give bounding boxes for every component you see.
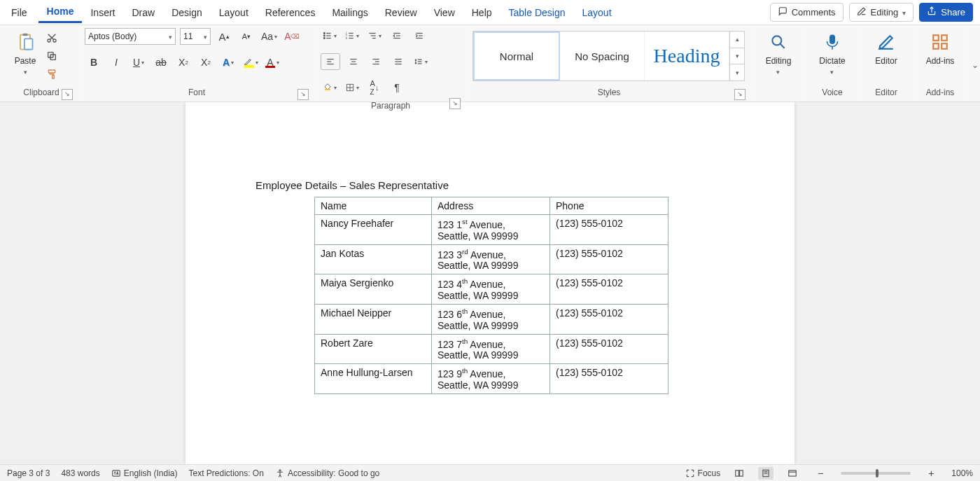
status-predictions[interactable]: Text Predictions: On (188, 468, 263, 478)
cell-phone[interactable]: (123) 555-0102 (550, 364, 668, 394)
col-address-header[interactable]: Address (432, 197, 550, 215)
borders-button[interactable] (343, 80, 361, 95)
decrease-indent-button[interactable] (388, 28, 406, 43)
subscript-button[interactable]: X2 (174, 55, 192, 70)
document-scroll-area[interactable]: Employee Details – Sales Representative … (0, 102, 980, 464)
paste-button[interactable]: Paste ▾ (10, 28, 41, 78)
zoom-slider[interactable] (841, 472, 911, 475)
strikethrough-button[interactable]: ab (152, 55, 170, 70)
align-right-button[interactable] (367, 54, 385, 69)
font-color-button[interactable]: A (264, 55, 282, 70)
align-left-button[interactable] (321, 53, 340, 70)
cell-address[interactable]: 123 6th Avenue,Seattle, WA 99999 (432, 304, 550, 334)
bold-button[interactable]: B (85, 55, 103, 70)
tab-help[interactable]: Help (463, 3, 500, 22)
style-heading[interactable]: Heading (645, 32, 729, 81)
focus-mode-button[interactable]: Focus (685, 468, 721, 478)
tab-table-design[interactable]: Table Design (500, 3, 574, 22)
status-accessibility[interactable]: Accessibility: Good to go (275, 468, 379, 478)
editing-mode-button[interactable]: Editing (849, 3, 914, 22)
underline-button[interactable]: U (130, 55, 148, 70)
table-row[interactable]: Robert Zare123 7th Avenue,Seattle, WA 99… (315, 334, 668, 364)
font-size-combo[interactable]: 11 (180, 28, 211, 45)
cell-phone[interactable]: (123) 555-0102 (550, 215, 668, 245)
cut-button[interactable] (45, 31, 59, 45)
zoom-level[interactable]: 100% (951, 468, 973, 478)
employee-table[interactable]: Name Address Phone Nancy Freehafer123 1s… (314, 197, 668, 394)
style-normal[interactable]: Normal (473, 32, 560, 81)
line-spacing-button[interactable] (412, 54, 430, 69)
share-button[interactable]: Share (919, 3, 973, 22)
styles-dialog-launcher[interactable]: ↘ (734, 89, 746, 100)
zoom-in-button[interactable]: + (922, 466, 940, 481)
table-row[interactable]: Maiya Sergienko123 4th Avenue,Seattle, W… (315, 274, 668, 305)
editor-button[interactable]: Editor (871, 28, 902, 69)
doc-heading[interactable]: Employee Details – Sales Representative (255, 179, 724, 191)
addins-button[interactable]: Add-ins (922, 28, 959, 69)
cell-phone[interactable]: (123) 555-0102 (550, 274, 668, 305)
tab-layout[interactable]: Layout (211, 3, 257, 22)
change-case-button[interactable]: Aa (260, 29, 279, 44)
font-name-combo[interactable]: Aptos (Body) (85, 28, 176, 45)
superscript-button[interactable]: X2 (197, 55, 215, 70)
bullets-button[interactable] (321, 28, 339, 43)
status-page[interactable]: Page 3 of 3 (7, 468, 50, 478)
cell-name[interactable]: Robert Zare (315, 334, 432, 364)
tab-draw[interactable]: Draw (123, 3, 163, 22)
tab-mailings[interactable]: Mailings (323, 3, 376, 22)
tab-home[interactable]: Home (38, 1, 83, 23)
status-lang[interactable]: English (India) (111, 468, 178, 478)
styles-scroll-down[interactable]: ▾ (730, 48, 744, 65)
cell-address[interactable]: 123 1st Avenue,Seattle, WA 99999 (432, 215, 550, 245)
cell-address[interactable]: 123 4th Avenue,Seattle, WA 99999 (432, 274, 550, 305)
cell-phone[interactable]: (123) 555-0102 (550, 334, 668, 364)
zoom-slider-thumb[interactable] (876, 469, 878, 477)
cell-address[interactable]: 123 9th Avenue,Seattle, WA 99999 (432, 364, 550, 394)
collapse-ribbon-button[interactable]: ⌄ (972, 60, 979, 70)
tab-references[interactable]: References (257, 3, 324, 22)
cell-phone[interactable]: (123) 555-0102 (550, 304, 668, 334)
zoom-out-button[interactable]: − (811, 466, 830, 481)
col-name-header[interactable]: Name (315, 197, 432, 215)
clear-formatting-button[interactable]: A⌫ (283, 29, 301, 44)
table-row[interactable]: Nancy Freehafer123 1st Avenue,Seattle, W… (315, 215, 668, 245)
justify-button[interactable] (389, 54, 407, 69)
tab-view[interactable]: View (426, 3, 463, 22)
web-layout-view[interactable] (785, 467, 800, 480)
editing-find-button[interactable]: Editing ▾ (762, 28, 796, 78)
cell-name[interactable]: Jan Kotas (315, 244, 432, 274)
style-no-spacing[interactable]: No Spacing (560, 32, 645, 81)
read-mode-view[interactable] (732, 467, 747, 480)
table-row[interactable]: Anne Hullung-Larsen123 9th Avenue,Seattl… (315, 364, 668, 394)
cell-address[interactable]: 123 7th Avenue,Seattle, WA 99999 (432, 334, 550, 364)
multilevel-list-button[interactable] (365, 28, 384, 43)
print-layout-view[interactable] (758, 467, 774, 480)
tab-insert[interactable]: Insert (82, 3, 123, 22)
table-row[interactable]: Jan Kotas123 3rd Avenue,Seattle, WA 9999… (315, 244, 668, 274)
col-phone-header[interactable]: Phone (550, 197, 668, 215)
document-page[interactable]: Employee Details – Sales Representative … (186, 102, 794, 464)
comments-button[interactable]: Comments (770, 3, 844, 22)
cell-name[interactable]: Maiya Sergienko (315, 274, 432, 305)
numbering-button[interactable]: 123 (343, 28, 361, 43)
table-row[interactable]: Michael Neipper123 6th Avenue,Seattle, W… (315, 304, 668, 334)
grow-font-button[interactable]: A▴ (215, 29, 233, 44)
cell-address[interactable]: 123 3rd Avenue,Seattle, WA 99999 (432, 244, 550, 274)
cell-phone[interactable]: (123) 555-0102 (550, 244, 668, 274)
clipboard-dialog-launcher[interactable]: ↘ (62, 89, 73, 100)
font-dialog-launcher[interactable]: ↘ (298, 89, 309, 100)
sort-button[interactable]: AZ↓ (365, 80, 384, 95)
show-marks-button[interactable]: ¶ (388, 80, 406, 95)
tab-table-layout[interactable]: Layout (573, 3, 620, 22)
status-words[interactable]: 483 words (61, 468, 99, 478)
shrink-font-button[interactable]: A▾ (237, 29, 255, 44)
dictate-button[interactable]: Dictate ▾ (815, 28, 849, 78)
styles-expand[interactable]: ▾ (730, 64, 744, 81)
paragraph-dialog-launcher[interactable]: ↘ (449, 98, 461, 109)
tab-design[interactable]: Design (163, 3, 211, 22)
copy-button[interactable] (45, 49, 59, 63)
increase-indent-button[interactable] (410, 28, 428, 43)
styles-scroll-up[interactable]: ▴ (730, 32, 744, 48)
highlight-color-button[interactable] (241, 55, 260, 70)
cell-name[interactable]: Nancy Freehafer (315, 215, 432, 245)
